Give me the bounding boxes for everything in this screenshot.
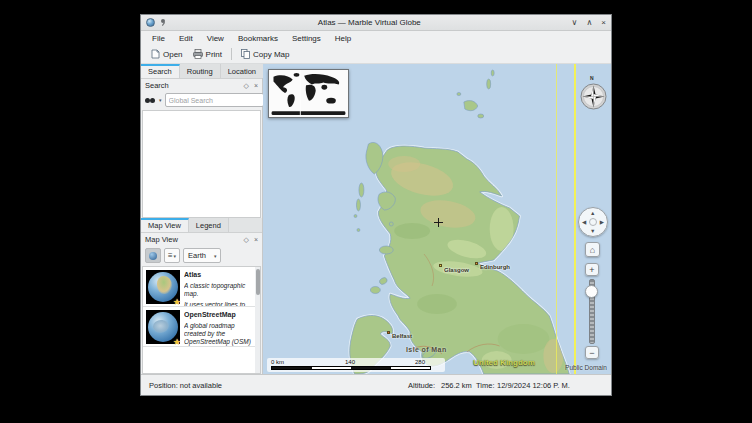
city-label: Edinburgh: [480, 264, 510, 270]
zoom-slider-thumb[interactable]: [585, 285, 598, 298]
scale-max-label: 280: [415, 359, 425, 365]
map-view-panel-header: Map View ◇ ×: [141, 233, 262, 246]
tab-map-view[interactable]: Map View: [141, 218, 189, 232]
map-theme-name: Atlas: [184, 271, 252, 279]
city-edinburgh[interactable]: Edinburgh: [475, 262, 510, 270]
menu-settings[interactable]: Settings: [285, 33, 328, 44]
pan-control[interactable]: ▲ ▼ ◀ ▶: [578, 207, 608, 237]
search-scope-icon[interactable]: [145, 97, 156, 104]
statusbar: Position: not available Altitude: 256.2 …: [141, 374, 611, 395]
app-window: Atlas — Marble Virtual Globe ∨ ∧ × File …: [140, 14, 612, 396]
zoom-in-button[interactable]: +: [585, 263, 599, 276]
map-view-controls: ≡ ▾ Earth ▾: [141, 246, 262, 266]
list-item-openstreetmap[interactable]: ★ OpenStreetMap A global roadmap created…: [143, 307, 260, 347]
tab-search[interactable]: Search: [141, 64, 180, 78]
list-scrollbar-thumb[interactable]: [256, 269, 260, 295]
map-theme-desc: A global roadmap created by the OpenStre…: [184, 322, 252, 346]
search-panel-header: Search ◇ ×: [141, 79, 262, 92]
graticule-line: [574, 64, 576, 374]
tab-location[interactable]: Location: [221, 64, 264, 78]
menu-file[interactable]: File: [145, 33, 172, 44]
print-icon: [193, 49, 203, 59]
map-theme-desc: A classic topographic map.: [184, 282, 252, 298]
atlas-thumbnail: ★: [146, 270, 180, 304]
copy-icon: [241, 49, 250, 59]
city-marker-icon: [387, 331, 390, 334]
list-scrollbar[interactable]: [255, 267, 260, 373]
copy-map-button[interactable]: Copy Map: [236, 47, 294, 61]
map-center-crosshair-icon: [434, 218, 443, 227]
list-view-icon: ≡: [168, 251, 173, 260]
pan-center-icon: [589, 218, 597, 226]
chevron-down-icon: ▾: [174, 253, 177, 259]
map-canvas[interactable]: N Glasgow Edinburgh: [263, 64, 611, 374]
attribution-label: Public Domain: [565, 364, 607, 371]
label-united-kingdom: United Kingdom: [473, 358, 535, 367]
minus-icon: −: [589, 348, 594, 358]
tab-routing[interactable]: Routing: [180, 64, 221, 78]
pan-down-icon[interactable]: ▼: [590, 228, 595, 234]
list-view-button[interactable]: ≡ ▾: [164, 248, 180, 263]
zoom-out-button[interactable]: −: [585, 346, 599, 359]
overview-world-svg: [269, 70, 348, 117]
status-position: Position: not available: [149, 381, 222, 390]
city-marker-icon: [439, 264, 442, 267]
graticule-line: [556, 64, 557, 374]
home-icon: ⌂: [590, 245, 595, 255]
compass-rose[interactable]: [580, 83, 607, 110]
toolbar: Open Print Copy Map: [141, 45, 611, 64]
search-results-area[interactable]: [142, 110, 261, 218]
menubar: File Edit View Bookmarks Settings Help: [141, 31, 611, 45]
city-label: Glasgow: [444, 267, 469, 273]
menu-bookmarks[interactable]: Bookmarks: [231, 33, 285, 44]
globe-icon: [149, 252, 157, 260]
toolbar-separator: [231, 48, 232, 60]
print-button[interactable]: Print: [188, 47, 227, 61]
maximize-button[interactable]: ∧: [586, 18, 592, 28]
window-title: Atlas — Marble Virtual Globe: [167, 18, 572, 27]
status-altitude-label: Altitude:: [408, 381, 435, 390]
map-view-panel-title: Map View: [145, 235, 178, 244]
globe-view-button[interactable]: [145, 248, 161, 263]
chevron-down-icon: ▾: [214, 253, 217, 259]
city-belfast[interactable]: Belfast: [387, 331, 412, 339]
osm-thumbnail: ★: [146, 310, 180, 344]
scale-ruler: [271, 366, 431, 370]
close-panel-icon[interactable]: ×: [254, 236, 258, 244]
close-button[interactable]: ×: [601, 18, 606, 28]
pan-left-icon[interactable]: ◀: [582, 219, 586, 225]
tab-legend[interactable]: Legend: [189, 218, 229, 232]
city-marker-icon: [475, 262, 478, 265]
float-panel-icon[interactable]: ◇: [244, 236, 249, 244]
titlebar[interactable]: Atlas — Marble Virtual Globe ∨ ∧ ×: [141, 15, 611, 31]
overview-map[interactable]: [268, 69, 349, 118]
map-theme-name: OpenStreetMap: [184, 311, 252, 319]
search-scope-dropdown-icon[interactable]: ▾: [159, 97, 162, 103]
status-altitude-value: 256.2 km: [441, 381, 472, 390]
status-time-value: 12/9/2024 12:06 P. M.: [497, 381, 570, 390]
print-button-label: Print: [206, 50, 222, 59]
sidebar-top-tabs: Search Routing Location: [141, 64, 262, 79]
menu-help[interactable]: Help: [328, 33, 358, 44]
app-icon: [146, 18, 155, 27]
favorite-star-icon[interactable]: ★: [173, 297, 181, 307]
search-panel-title: Search: [145, 81, 169, 90]
float-panel-icon[interactable]: ◇: [244, 82, 249, 90]
city-glasgow[interactable]: Glasgow: [439, 264, 469, 273]
celestial-body-select[interactable]: Earth ▾: [183, 248, 221, 263]
close-panel-icon[interactable]: ×: [254, 82, 258, 90]
celestial-body-value: Earth: [188, 251, 206, 260]
list-item-atlas[interactable]: ★ Atlas A classic topographic map. It us…: [143, 267, 260, 307]
menu-edit[interactable]: Edit: [172, 33, 200, 44]
pan-up-icon[interactable]: ▲: [590, 210, 595, 216]
home-button[interactable]: ⌂: [585, 242, 600, 257]
copy-map-button-label: Copy Map: [253, 50, 289, 59]
pan-right-icon[interactable]: ▶: [600, 219, 604, 225]
open-button[interactable]: Open: [146, 47, 188, 61]
menu-view[interactable]: View: [200, 33, 231, 44]
favorite-star-icon[interactable]: ★: [173, 337, 181, 347]
label-isle-of-man: Isle of Man: [406, 346, 447, 353]
minimize-button[interactable]: ∨: [572, 18, 578, 28]
global-search-input[interactable]: [165, 93, 264, 107]
open-button-label: Open: [163, 50, 183, 59]
